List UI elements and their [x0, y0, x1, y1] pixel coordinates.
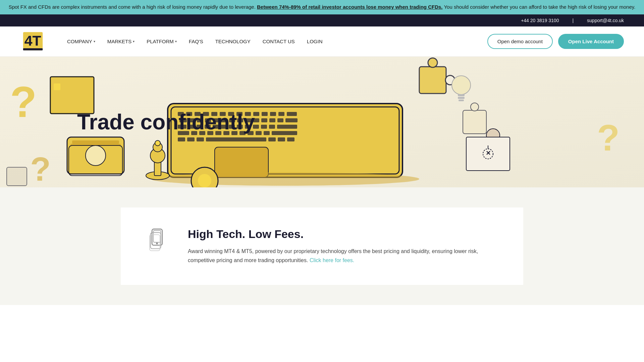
svg-rect-27	[278, 112, 284, 116]
svg-point-80	[153, 142, 162, 152]
company-chevron-icon: ▾	[94, 40, 95, 43]
markets-chevron-icon: ▾	[133, 40, 135, 43]
svg-rect-75	[215, 147, 268, 177]
svg-rect-6	[50, 77, 94, 114]
card-text-container: High Tech. Low Fees. Award winning MT4 &…	[188, 228, 496, 265]
fees-link[interactable]: Click here for fees.	[310, 257, 354, 263]
svg-rect-95	[466, 137, 510, 171]
svg-rect-41	[277, 118, 283, 122]
svg-rect-90	[459, 100, 464, 101]
banner-risk-link[interactable]: Between 74%-89% of retail investor accou…	[257, 4, 442, 10]
svg-rect-85	[463, 110, 486, 134]
svg-point-100	[198, 174, 211, 187]
svg-rect-25	[262, 112, 268, 116]
svg-rect-67	[272, 131, 297, 135]
svg-rect-42	[285, 118, 298, 122]
nav-links: COMPANY ▾ MARKETS ▾ PLATFORM ▾ FAQ'S TEC…	[67, 39, 487, 44]
open-demo-button[interactable]: Open demo account	[487, 34, 553, 49]
svg-rect-71	[206, 137, 266, 141]
svg-rect-2	[23, 48, 43, 50]
svg-rect-40	[269, 118, 275, 122]
top-bar: +44 20 3819 3100 | support@4t.co.uk	[0, 14, 644, 26]
svg-rect-92	[486, 142, 500, 165]
svg-rect-39	[261, 118, 267, 122]
hero-section: ? ?	[0, 57, 644, 187]
nav-item-login[interactable]: LOGIN	[307, 39, 323, 44]
nav-item-platform[interactable]: PLATFORM ▾	[147, 39, 177, 44]
phone-icon	[148, 228, 171, 251]
logo-svg: 4T	[20, 29, 47, 53]
hero-title: Trade confidently	[77, 110, 255, 133]
svg-rect-66	[264, 131, 270, 135]
svg-rect-78	[154, 157, 161, 176]
svg-rect-54	[269, 125, 275, 129]
svg-rect-7	[54, 83, 60, 90]
svg-point-99	[191, 167, 218, 187]
svg-point-86	[471, 103, 479, 111]
svg-rect-55	[277, 125, 297, 129]
nav-item-markets[interactable]: MARKETS ▾	[107, 39, 135, 44]
svg-rect-65	[256, 131, 262, 135]
svg-rect-102	[7, 167, 27, 186]
svg-rect-11	[70, 144, 121, 145]
open-live-button[interactable]: Open Live Account	[558, 34, 624, 49]
banner-text-after: You should consider whether you can affo…	[443, 4, 636, 10]
svg-point-81	[155, 140, 160, 146]
navbar: 4T COMPANY ▾ MARKETS ▾ PLATFORM ▾ FAQ'S …	[0, 26, 644, 57]
svg-point-10	[86, 145, 106, 166]
svg-rect-68	[178, 137, 185, 141]
separator: |	[572, 18, 574, 23]
svg-rect-8	[67, 137, 124, 174]
top-banner: Spot FX and CFDs are complex instruments…	[0, 0, 644, 14]
svg-text:?: ?	[10, 77, 37, 126]
svg-rect-72	[268, 137, 276, 141]
high-tech-card: High Tech. Low Fees. Award winning MT4 &…	[121, 207, 523, 285]
svg-rect-9	[72, 140, 119, 144]
features-section: High Tech. Low Fees. Award winning MT4 &…	[0, 187, 644, 305]
svg-text:✕: ✕	[486, 150, 491, 157]
svg-rect-93	[476, 144, 486, 147]
svg-rect-70	[197, 137, 204, 141]
svg-rect-28	[287, 112, 297, 116]
svg-rect-69	[187, 137, 195, 141]
svg-rect-73	[278, 137, 285, 141]
svg-rect-94	[500, 144, 510, 147]
svg-rect-53	[261, 125, 267, 129]
svg-rect-12	[69, 145, 122, 176]
banner-text-before: Spot FX and CFDs are complex instruments…	[9, 4, 257, 10]
svg-text:4T: 4T	[24, 33, 41, 49]
svg-rect-88	[458, 94, 465, 96]
svg-point-105	[156, 242, 158, 244]
platform-chevron-icon: ▾	[175, 40, 177, 43]
svg-rect-89	[458, 97, 465, 99]
nav-item-technology[interactable]: TECHNOLOGY	[215, 39, 251, 44]
nav-item-company[interactable]: COMPANY ▾	[67, 39, 95, 44]
card-heading: High Tech. Low Fees.	[188, 228, 496, 241]
nav-item-contact[interactable]: CONTACT US	[263, 39, 295, 44]
svg-point-79	[150, 148, 165, 163]
svg-point-91	[486, 129, 500, 142]
phone-number: +44 20 3819 3100	[521, 18, 559, 23]
hero-text-container: Trade confidently	[77, 110, 255, 133]
svg-rect-74	[287, 137, 294, 141]
svg-rect-82	[419, 67, 446, 94]
svg-point-84	[445, 75, 455, 85]
email-link[interactable]: support@4t.co.uk	[587, 18, 624, 23]
svg-point-96	[483, 149, 493, 159]
svg-point-83	[428, 58, 437, 67]
svg-point-76	[151, 172, 419, 186]
card-body: Award winning MT4 & MT5, powered by our …	[188, 247, 496, 265]
svg-text:?: ?	[597, 117, 620, 158]
logo-link[interactable]: 4T	[20, 29, 47, 53]
nav-item-faqs[interactable]: FAQ'S	[189, 39, 203, 44]
nav-buttons: Open demo account Open Live Account	[487, 34, 624, 49]
svg-rect-26	[270, 112, 276, 116]
svg-text:?: ?	[30, 150, 51, 187]
svg-point-77	[146, 172, 169, 180]
svg-point-87	[452, 76, 471, 95]
